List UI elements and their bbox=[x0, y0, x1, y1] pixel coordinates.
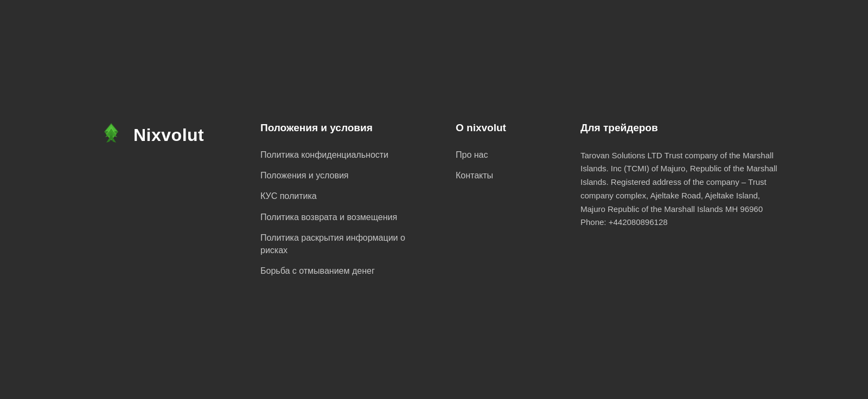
terms-column: Положения и условия Политика конфиденциа… bbox=[260, 122, 412, 278]
terms-conditions-link[interactable]: Положения и условия bbox=[260, 170, 412, 182]
logo-text: Nixvolut bbox=[133, 125, 204, 145]
traders-column-header: Для трейдеров bbox=[580, 122, 787, 134]
privacy-policy-link[interactable]: Политика конфиденциальности bbox=[260, 149, 412, 161]
about-column: О nixvolut Про нас Контакты bbox=[456, 122, 537, 278]
about-column-header: О nixvolut bbox=[456, 122, 537, 134]
logo-section: Nixvolut bbox=[98, 122, 217, 149]
nixvolut-logo-icon bbox=[98, 122, 125, 149]
traders-column: Для трейдеров Tarovan Solutions LTD Trus… bbox=[580, 122, 787, 278]
refund-policy-link[interactable]: Политика возврата и возмещения bbox=[260, 211, 412, 223]
risk-disclosure-link[interactable]: Политика раскрытия информации о рисках bbox=[260, 232, 412, 256]
columns-wrapper: Положения и условия Политика конфиденциа… bbox=[260, 122, 787, 278]
terms-links: Политика конфиденциальности Положения и … bbox=[260, 149, 412, 278]
contacts-link[interactable]: Контакты bbox=[456, 170, 537, 182]
terms-column-header: Положения и условия bbox=[260, 122, 412, 134]
about-us-link[interactable]: Про нас bbox=[456, 149, 537, 161]
aml-link[interactable]: Борьба с отмыванием денег bbox=[260, 265, 412, 277]
traders-info-text: Tarovan Solutions LTD Trust company of t… bbox=[580, 149, 787, 230]
kyc-policy-link[interactable]: КУС политика bbox=[260, 190, 412, 202]
footer: Nixvolut Положения и условия Политика ко… bbox=[54, 89, 814, 310]
about-links: Про нас Контакты bbox=[456, 149, 537, 182]
